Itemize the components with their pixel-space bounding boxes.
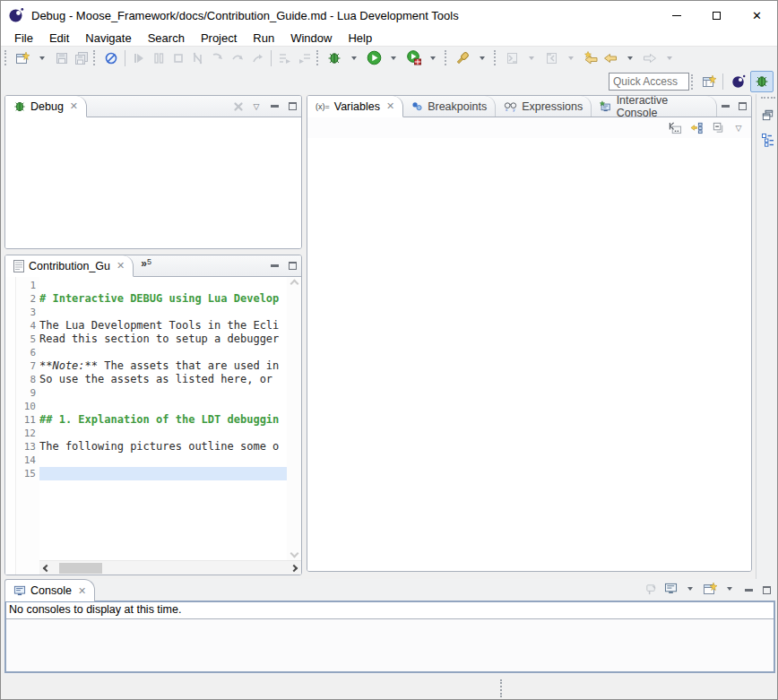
previous-annotation-button[interactable] xyxy=(541,48,561,68)
debug-button[interactable] xyxy=(324,48,344,68)
scroll-right-arrow[interactable] xyxy=(287,566,301,571)
display-console-dropdown[interactable] xyxy=(680,579,700,599)
hidden-editors-chevron[interactable]: »5 xyxy=(134,255,159,276)
code-line-11[interactable]: ## 1. Explanation of the LDT debuggin xyxy=(39,413,287,427)
debug-view-minimize-button[interactable] xyxy=(265,96,283,117)
editor-minimize-button[interactable] xyxy=(265,255,283,276)
variables-maximize-button[interactable] xyxy=(734,96,751,117)
tab-expressions[interactable]: x y Expressions xyxy=(496,96,592,117)
menu-search[interactable]: Search xyxy=(140,30,193,46)
debug-perspective-button[interactable] xyxy=(750,71,774,92)
toolbar-grip[interactable] xyxy=(4,50,9,65)
forward-button[interactable] xyxy=(640,48,660,68)
search-dropdown[interactable] xyxy=(472,48,492,68)
debug-dropdown[interactable] xyxy=(344,48,364,68)
pin-console-button[interactable] xyxy=(641,579,661,599)
editor-maximize-button[interactable] xyxy=(283,255,301,276)
step-return-button[interactable] xyxy=(247,48,267,68)
code-line-7[interactable]: **Note:** The assets that are used in xyxy=(39,359,287,373)
save-all-button[interactable] xyxy=(72,48,91,68)
debug-view-content[interactable] xyxy=(5,117,301,248)
editor-horizontal-scrollbar[interactable] xyxy=(39,560,301,575)
run-dropdown[interactable] xyxy=(384,48,403,68)
open-console-dropdown[interactable] xyxy=(720,579,739,599)
display-selected-console-button[interactable] xyxy=(661,579,680,599)
step-into-button[interactable] xyxy=(208,48,228,68)
collapse-all-button[interactable] xyxy=(708,118,728,138)
menu-project[interactable]: Project xyxy=(193,30,245,46)
toolbar-grip[interactable] xyxy=(691,74,696,90)
variables-content[interactable] xyxy=(307,138,751,571)
console-minimize-button[interactable] xyxy=(739,579,757,601)
outline-view-button[interactable] xyxy=(758,130,778,150)
code-line-13[interactable]: The following pictures outline some o xyxy=(39,440,287,454)
show-logical-structures-button[interactable] xyxy=(687,118,706,138)
code-line-3[interactable] xyxy=(39,306,287,319)
code-line-12[interactable] xyxy=(39,427,287,440)
resume-button[interactable] xyxy=(129,48,149,68)
tab-variables[interactable]: (x)= Variables ✕ xyxy=(307,96,403,117)
debug-view-menu-button[interactable]: ▽ xyxy=(247,96,265,117)
back-dropdown[interactable] xyxy=(620,48,640,68)
tab-debug[interactable]: Debug ✕ xyxy=(5,96,87,117)
lua-perspective-button[interactable] xyxy=(727,71,750,92)
status-bar-grip[interactable] xyxy=(500,679,504,697)
step-over-button[interactable] xyxy=(228,48,247,68)
variables-view-menu-button[interactable]: ▽ xyxy=(730,124,748,133)
menu-file[interactable]: File xyxy=(6,30,41,46)
window-close-button[interactable]: ✕ xyxy=(737,1,777,30)
tab-contribution-guide[interactable]: Contribution_Gu ✕ xyxy=(5,255,134,277)
menu-help[interactable]: Help xyxy=(340,30,380,46)
suspend-button[interactable] xyxy=(149,48,169,68)
code-line-14[interactable] xyxy=(39,454,287,467)
code-line-5[interactable]: Read this section to setup a debugger xyxy=(39,333,287,346)
show-type-names-button[interactable] xyxy=(665,118,685,138)
trim-grip[interactable] xyxy=(761,97,775,99)
toolbar-grip[interactable] xyxy=(93,50,98,65)
editor-text[interactable]: # Interactive DEBUG using Lua DevelopThe… xyxy=(39,277,287,560)
previous-annotation-dropdown[interactable] xyxy=(561,48,581,68)
line-numbers[interactable]: 123456789101112131415 xyxy=(16,277,39,575)
last-edit-location-button[interactable] xyxy=(581,48,601,68)
remove-terminated-launches-button[interactable] xyxy=(229,96,247,117)
window-maximize-button[interactable] xyxy=(696,1,737,30)
restore-view-button[interactable] xyxy=(758,105,778,125)
toggle-step-filters-button[interactable] xyxy=(295,48,315,68)
menu-run[interactable]: Run xyxy=(245,30,282,46)
console-maximize-button[interactable] xyxy=(757,579,775,601)
tab-close-icon[interactable]: ✕ xyxy=(386,100,394,112)
code-line-2[interactable]: # Interactive DEBUG using Lua Develop xyxy=(39,292,287,306)
menu-edit[interactable]: Edit xyxy=(41,30,77,46)
menu-navigate[interactable]: Navigate xyxy=(77,30,139,46)
terminate-button[interactable] xyxy=(169,48,188,68)
next-annotation-dropdown[interactable] xyxy=(522,48,541,68)
tab-interactive-console[interactable]: Interactive Console xyxy=(592,96,716,117)
quick-access-input[interactable] xyxy=(609,73,689,91)
external-tools-button[interactable] xyxy=(403,48,423,68)
run-button[interactable] xyxy=(364,48,384,68)
code-line-6[interactable] xyxy=(39,346,287,359)
external-tools-dropdown[interactable] xyxy=(423,48,443,68)
annotation-ruler[interactable] xyxy=(5,277,16,575)
window-minimize-button[interactable] xyxy=(656,1,696,30)
toolbar-grip[interactable] xyxy=(445,50,449,65)
tab-breakpoints[interactable]: Breakpoints xyxy=(403,96,496,117)
new-wizard-button[interactable] xyxy=(13,48,32,68)
menu-window[interactable]: Window xyxy=(282,30,340,46)
toolbar-grip[interactable] xyxy=(494,50,498,65)
toolbar-grip[interactable] xyxy=(316,50,321,65)
skip-all-breakpoints-button[interactable] xyxy=(101,48,121,68)
tab-close-icon[interactable]: ✕ xyxy=(78,585,86,597)
variables-minimize-button[interactable] xyxy=(717,96,734,117)
open-console-button[interactable] xyxy=(700,579,720,599)
save-button[interactable] xyxy=(52,48,72,68)
back-button[interactable] xyxy=(601,48,620,68)
debug-view-maximize-button[interactable] xyxy=(283,96,301,117)
tab-console[interactable]: Console ✕ xyxy=(4,579,95,601)
tab-close-icon[interactable]: ✕ xyxy=(117,260,125,272)
code-line-8[interactable]: So use the assets as listed here, or xyxy=(39,373,287,386)
disconnect-button[interactable] xyxy=(188,48,208,68)
use-step-filters-button[interactable] xyxy=(275,48,295,68)
editor-vertical-scrollbar[interactable] xyxy=(287,277,301,560)
code-line-10[interactable] xyxy=(39,400,287,413)
